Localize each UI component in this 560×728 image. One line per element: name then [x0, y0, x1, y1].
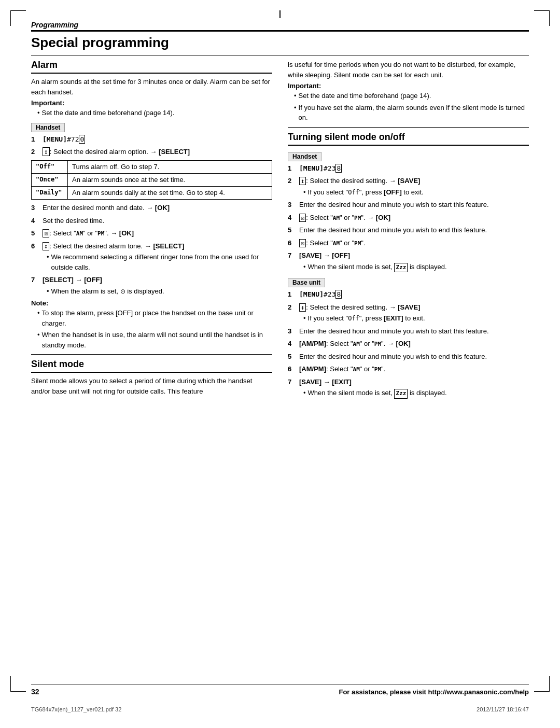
- step7-bullet: When the alarm is set, ⊙ is displayed.: [47, 286, 272, 297]
- h-step4-content: ☒: Select "AM" or "PM". → [OK]: [299, 213, 529, 223]
- table-row: "Off" Turns alarm off. Go to step 7.: [32, 160, 272, 173]
- b-step5: 5 Enter the desired hour and minute you …: [288, 352, 529, 362]
- b-step2-text: ↕: Select the desired setting. → [SAVE]: [299, 303, 420, 311]
- main-title-rule: [31, 55, 529, 55]
- alarm-step4: 4 Set the desired time.: [31, 216, 272, 226]
- h-step1-content: [MENU]#238: [299, 163, 529, 174]
- alarm-step2: 2 ↕: Select the desired alarm option. → …: [31, 147, 272, 157]
- turning-silent-divider: [288, 145, 529, 146]
- footer-pdf-right: 2012/11/27 18:16:47: [477, 706, 529, 712]
- step7-bullet-text: When the alarm is set, ⊙ is displayed.: [51, 286, 164, 297]
- footer-pdf-left: TG684x7x(en)_1127_ver021.pdf 32: [31, 706, 121, 712]
- b-step1-num: 1: [288, 289, 295, 300]
- footer-content: 32 For assistance, please visit http://w…: [31, 688, 529, 696]
- center-mark-top: [279, 10, 281, 18]
- top-rule: [31, 30, 529, 32]
- step4-content: Set the desired time.: [43, 216, 272, 226]
- silent-mode-rule: [31, 354, 272, 355]
- footer-rule: [31, 684, 529, 684]
- b-step7-text: [SAVE] → [EXIT]: [299, 378, 352, 386]
- main-title: Special programming: [31, 35, 529, 51]
- alarm-table: "Off" Turns alarm off. Go to step 7. "On…: [31, 160, 272, 200]
- right-description: is useful for time periods when you do n…: [288, 60, 529, 80]
- handset-silent-steps: 1 [MENU]#238 2 ↕: Select the desired set…: [288, 163, 529, 273]
- base-unit-silent-steps: 1 [MENU]#238 2 ↕: Select the desired set…: [288, 289, 529, 399]
- step6-text: ↕: Select the desired alarm tone. → [SEL…: [43, 242, 184, 250]
- step2-content: ↕: Select the desired alarm option. → [S…: [43, 147, 272, 157]
- step6-content: ↕: Select the desired alarm tone. → [SEL…: [43, 241, 272, 273]
- b-step6-num: 6: [288, 364, 295, 374]
- b-step5-content: Enter the desired hour and minute you wi…: [299, 352, 529, 362]
- b-step2-content: ↕: Select the desired setting. → [SAVE] …: [299, 302, 529, 324]
- step6-num: 6: [31, 241, 38, 251]
- b-step6-content: [AM/PM]: Select "AM" or "PM".: [299, 364, 529, 374]
- b-step2-bullet-text: If you select "Off", press [EXIT] to exi…: [308, 313, 425, 324]
- right-column: is useful for time periods when you do n…: [288, 60, 529, 401]
- b-step3: 3 Enter the desired hour and minute you …: [288, 326, 529, 337]
- h-step2: 2 ↕: Select the desired setting. → [SAVE…: [288, 176, 529, 197]
- step6-bullet: We recommend selecting a different ringe…: [47, 252, 272, 272]
- turning-silent-rule-top: [288, 127, 529, 128]
- h-step4: 4 ☒: Select "AM" or "PM". → [OK]: [288, 213, 529, 223]
- note2: When the handset is in use, the alarm wi…: [37, 330, 272, 350]
- right-bullet2-text: If you have set the alarm, the alarm sou…: [299, 103, 529, 123]
- note1: To stop the alarm, press [OFF] or place …: [37, 308, 272, 328]
- page-container: Programming Special programming Alarm An…: [0, 0, 560, 728]
- alarm-step5: 5 ☒: Select "AM" or "PM". → [OK]: [31, 228, 272, 239]
- b-step7-bullet: When the silent mode is set, Zzz is disp…: [303, 388, 529, 399]
- b-step2: 2 ↕: Select the desired setting. → [SAVE…: [288, 302, 529, 324]
- step3-content: Enter the desired month and date. → [OK]: [43, 203, 272, 213]
- step7-text: [SELECT] → [OFF]: [43, 276, 102, 284]
- step1-content: [MENU]#720: [43, 134, 272, 145]
- silent-mode-divider: [31, 372, 272, 373]
- footer: 32 For assistance, please visit http://w…: [31, 684, 529, 712]
- h-step2-content: ↕: Select the desired setting. → [SAVE] …: [299, 176, 529, 197]
- step5-content: ☒: Select "AM" or "PM". → [OK]: [43, 228, 272, 239]
- b-step6: 6 [AM/PM]: Select "AM" or "PM".: [288, 364, 529, 374]
- alarm-icon: ⊙: [120, 287, 125, 296]
- left-column: Alarm An alarm sounds at the set time fo…: [31, 60, 272, 401]
- b-step5-num: 5: [288, 352, 295, 362]
- h-step7-num: 7: [288, 250, 295, 261]
- alarm-step1: 1 [MENU]#720: [31, 134, 272, 145]
- step3-num: 3: [31, 203, 38, 213]
- b-step2-num: 2: [288, 302, 295, 313]
- h-step7-bullet-text: When the silent mode is set, Zzz is disp…: [308, 262, 447, 273]
- alarm-steps: 1 [MENU]#720 2 ↕: Select the desired ala…: [31, 134, 272, 157]
- silent-mode-title: Silent mode: [31, 359, 272, 370]
- step2-num: 2: [31, 147, 38, 157]
- step7-content: [SELECT] → [OFF] When the alarm is set, …: [43, 275, 272, 296]
- b-step7-bullet-text: When the silent mode is set, Zzz is disp…: [308, 388, 447, 399]
- h-step6-num: 6: [288, 238, 295, 248]
- table-cell-code: "Off": [32, 160, 68, 173]
- h-step7-bullet: When the silent mode is set, Zzz is disp…: [303, 262, 529, 273]
- zzz-icon-1: Zzz: [394, 263, 408, 273]
- alarm-important-label: Important:: [31, 99, 272, 107]
- h-step3-content: Enter the desired hour and minute you wi…: [299, 200, 529, 210]
- alarm-step6: 6 ↕: Select the desired alarm tone. → [S…: [31, 241, 272, 273]
- silent-mode-description: Silent mode allows you to select a perio…: [31, 376, 272, 396]
- table-cell-desc: An alarm sounds daily at the set time. G…: [68, 186, 272, 199]
- corner-mark-br: [534, 676, 550, 692]
- step1-num: 1: [31, 134, 38, 145]
- note-label: Note:: [31, 299, 272, 307]
- handset-badge: Handset: [31, 123, 65, 132]
- h-step5-content: Enter the desired hour and minute you wi…: [299, 225, 529, 235]
- b-step7-num: 7: [288, 377, 295, 387]
- b-step4-content: [AM/PM]: Select "AM" or "PM". → [OK]: [299, 339, 529, 349]
- zzz-icon-2: Zzz: [394, 389, 408, 399]
- right-bullet2: If you have set the alarm, the alarm sou…: [294, 103, 529, 123]
- b-step1-content: [MENU]#238: [299, 289, 529, 300]
- corner-mark-tl: [10, 10, 26, 26]
- b-step2-bullet: If you select "Off", press [EXIT] to exi…: [303, 313, 529, 324]
- two-column-layout: Alarm An alarm sounds at the set time fo…: [31, 60, 529, 401]
- h-step2-bullet: If you select "Off", press [OFF] to exit…: [303, 187, 529, 198]
- table-cell-desc: An alarm sounds once at the set time.: [68, 173, 272, 186]
- alarm-section-title: Alarm: [31, 60, 272, 71]
- h-step2-bullet-text: If you select "Off", press [OFF] to exit…: [308, 187, 424, 198]
- footer-page-number: 32: [31, 688, 39, 696]
- h-step7: 7 [SAVE] → [OFF] When the silent mode is…: [288, 250, 529, 272]
- b-step4-num: 4: [288, 339, 295, 349]
- footer-pdf-line: TG684x7x(en)_1127_ver021.pdf 32 2012/11/…: [31, 706, 529, 712]
- right-handset-badge: Handset: [288, 152, 321, 161]
